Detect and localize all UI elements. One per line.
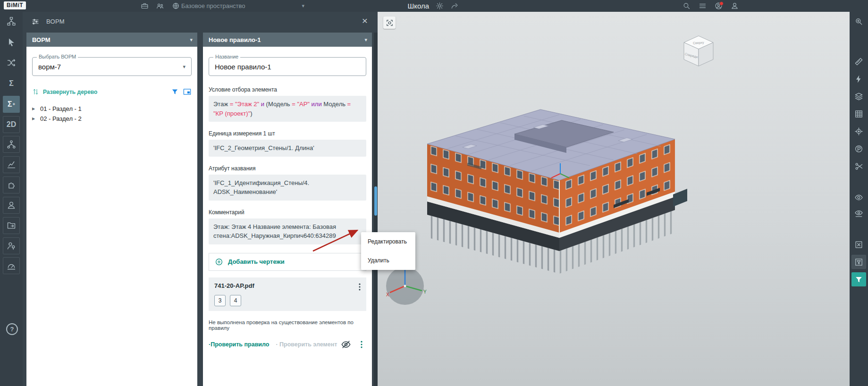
toolbar-item-grid-view[interactable]	[851, 107, 866, 121]
context-menu-item[interactable]: Редактировать	[361, 232, 415, 251]
toolbar-item-section-cut[interactable]	[851, 72, 866, 86]
panel-header: ВОРМ ×	[23, 12, 378, 32]
topbar-right	[683, 0, 739, 12]
axis-x-label: X	[386, 292, 389, 297]
view-cube[interactable]: Сверху Спереди	[678, 30, 719, 69]
eye-off-icon[interactable]	[341, 339, 351, 350]
toolbar-item-box-cross[interactable]	[851, 237, 866, 252]
menu-icon[interactable]	[699, 2, 707, 10]
sidebar-item-sum[interactable]: Σ	[3, 75, 20, 92]
topbar-tools	[141, 0, 180, 12]
left-sidebar: ΣΣ+2D ?	[0, 12, 23, 386]
account-icon[interactable]	[715, 2, 723, 10]
toolbar-item-filter[interactable]	[851, 272, 866, 286]
toolbar-item-eye[interactable]	[851, 190, 866, 204]
comment-value[interactable]: Этаж: Этаж 4 Название элемента: Базовая …	[209, 218, 366, 244]
building-model[interactable]	[392, 94, 703, 293]
chevron-down-icon: ▾	[364, 37, 367, 43]
page-badge[interactable]: 3	[214, 295, 226, 306]
space-selector[interactable]: Базовое пространство ▾	[181, 0, 304, 12]
fit-to-screen-button[interactable]	[383, 17, 396, 29]
axis-gizmo[interactable]: X Y Z	[382, 263, 428, 309]
vorm-section-header[interactable]: ВОРМ ▾	[26, 33, 197, 47]
vorm-select-value: ворм-7	[38, 63, 61, 71]
sidebar-item-user[interactable]	[3, 197, 20, 214]
panel-scrollbar-thumb[interactable]	[374, 186, 377, 216]
gear-icon[interactable]	[436, 2, 444, 10]
ruler-icon	[854, 57, 863, 66]
toolbar-item-zoom-plus[interactable]	[851, 14, 866, 28]
space-selector-label: Базовое пространство	[181, 2, 245, 9]
section-cut-icon	[854, 75, 863, 84]
view-2d-icon: 2D	[7, 120, 16, 129]
toolbar-item-parking[interactable]	[851, 142, 866, 156]
grid-view-icon	[854, 109, 863, 118]
comment-label: Комментарий	[209, 209, 366, 216]
sidebar-item-clash[interactable]	[3, 54, 20, 71]
help-button[interactable]: ?	[6, 323, 18, 335]
tree-item[interactable]: ▶02 - Раздел - 2	[32, 114, 192, 124]
viewport-3d[interactable]: Сверху Спереди X Y Z	[378, 12, 850, 386]
sidebar-item-select-cursor[interactable]	[3, 34, 20, 50]
user-icon[interactable]	[731, 2, 739, 10]
toolbox-icon[interactable]	[141, 2, 149, 10]
close-icon[interactable]: ×	[360, 16, 370, 26]
sidebar-item-folder-share[interactable]	[3, 217, 20, 234]
rule-name-input[interactable]: Название Новое правило-1	[209, 57, 366, 76]
bimit-logo[interactable]: BiMiT	[4, 1, 26, 9]
vorm-panel: ВОРМ × ВОРМ ▾ Выбрать ВОРМ ворм-7 ▾ Разв…	[23, 12, 378, 386]
pip-window-icon[interactable]	[183, 87, 192, 96]
toolbar-item-ruler[interactable]	[851, 54, 866, 68]
globe-icon[interactable]	[172, 2, 180, 10]
expand-tree-link[interactable]: Развернуть дерево	[43, 89, 97, 95]
sidebar-item-structure[interactable]	[3, 136, 20, 153]
toolbar-item-locate[interactable]	[851, 124, 866, 138]
toolbar-item-clip[interactable]	[851, 159, 866, 173]
sidebar-item-plugin[interactable]	[3, 176, 20, 193]
add-drawings-button[interactable]: Добавить чертежи	[209, 253, 366, 271]
sidebar-item-sum-plus[interactable]: Σ+	[3, 96, 20, 113]
panel-scrollbar[interactable]	[374, 33, 378, 386]
sidebar-item-model-tree[interactable]	[3, 13, 20, 30]
drawing-file-name: 741-20-АР.pdf	[214, 282, 361, 289]
actions-kebab-menu-icon[interactable]	[357, 340, 366, 349]
rule-section-header[interactable]: Новое правило-1 ▾	[203, 33, 372, 47]
condition-token: и	[259, 101, 266, 108]
condition-value[interactable]: Этаж = "Этаж 2" и (Модель = "АР" или Мод…	[209, 96, 366, 122]
search-icon[interactable]	[683, 2, 691, 10]
context-menu: РедактироватьУдалить	[361, 232, 415, 270]
tree-item-label: 01 - Раздел - 1	[40, 105, 82, 112]
team-icon[interactable]	[156, 2, 164, 10]
file-kebab-menu-icon[interactable]	[355, 282, 364, 292]
user-pin-icon	[7, 241, 16, 251]
attribute-value[interactable]: 'IFC_1_Идентификация_Стены/4. ADSK_Наиме…	[209, 175, 366, 201]
drawing-file-card: 741-20-АР.pdf 34	[209, 277, 366, 311]
chart-icon	[7, 160, 16, 169]
tree-caret-icon[interactable]: ▶	[32, 107, 36, 111]
toolbar-item-eye-line[interactable]	[851, 206, 866, 220]
rule-actions: ·Проверить правило · Проверить элемент	[209, 339, 366, 350]
unit-value[interactable]: 'IFC_2_Геометрия_Стены/1. Длина'	[209, 140, 366, 157]
check-rule-button[interactable]: ·Проверить правило	[209, 341, 269, 348]
vorm-select[interactable]: Выбрать ВОРМ ворм-7 ▾	[32, 57, 192, 76]
sidebar-item-view-2d[interactable]: 2D	[3, 116, 20, 133]
panel-menu-icon[interactable]	[31, 17, 40, 26]
toolbar-item-layers[interactable]	[851, 89, 866, 103]
context-menu-item[interactable]: Удалить	[361, 251, 415, 270]
sidebar-item-gauge[interactable]	[3, 257, 20, 274]
sidebar-item-chart[interactable]	[3, 156, 20, 173]
condition-token: )	[250, 110, 252, 117]
condition-token: Этаж	[213, 101, 230, 108]
right-toolbar	[850, 12, 868, 386]
filter-icon[interactable]	[171, 88, 179, 96]
toolbar-item-box-filter[interactable]	[851, 255, 866, 269]
page-badge[interactable]: 4	[230, 295, 241, 306]
tree-item[interactable]: ▶01 - Раздел - 1	[32, 104, 192, 114]
sum-plus-icon: Σ+	[7, 100, 16, 109]
tree-caret-icon[interactable]: ▶	[32, 117, 36, 121]
eye-line-icon	[854, 209, 863, 218]
share-icon[interactable]	[450, 2, 458, 10]
condition-token: =	[230, 101, 235, 108]
axis-y-label: Y	[423, 289, 427, 294]
sidebar-item-user-pin[interactable]	[3, 237, 20, 254]
